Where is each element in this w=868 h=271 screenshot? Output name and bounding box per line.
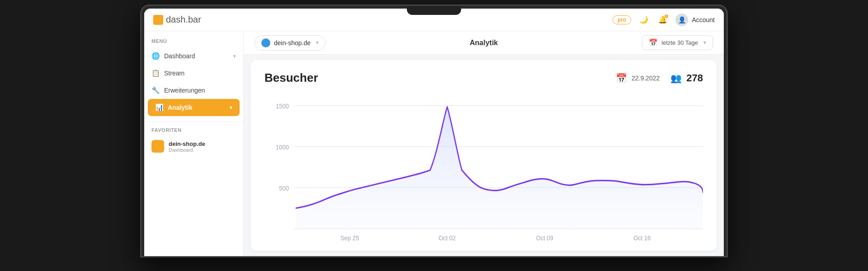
sidebar-analytik-label: Analytik — [168, 104, 225, 111]
account-label: Account — [692, 16, 715, 23]
sidebar: Menü 🌐 Dashboard ▾ 📋 Stream 🔧 Erweiterun… — [144, 31, 244, 256]
dashboard-chevron: ▾ — [233, 53, 236, 59]
date-filter[interactable]: 📅 letzte 30 Tage ▾ — [642, 35, 713, 50]
laptop-wrapper: dash.bar pro 🌙 🔔 1 👤 Account — [118, 5, 750, 266]
page-title: Analytik — [333, 39, 635, 47]
svg-text:Oct 09: Oct 09 — [536, 234, 553, 242]
stream-icon: 📋 — [151, 69, 160, 77]
dark-mode-toggle[interactable]: 🌙 — [637, 14, 650, 26]
svg-text:500: 500 — [279, 184, 289, 192]
sidebar-item-stream[interactable]: 📋 Stream — [144, 65, 243, 82]
date-stat-icon: 📅 — [616, 73, 627, 84]
account-avatar: 👤 — [675, 14, 688, 26]
chart-stats: 📅 22.9.2022 👥 278 — [616, 72, 703, 84]
sidebar-item-erweiterungen[interactable]: 🔧 Erweiterungen — [144, 82, 243, 99]
chart-area: 1500 1000 500 — [264, 94, 703, 246]
analytik-chevron: ▾ — [230, 105, 232, 111]
account-button[interactable]: 👤 Account — [675, 14, 715, 26]
chart-container: Besucher 📅 22.9.2022 👥 278 — [251, 60, 717, 251]
favorites-item[interactable]: dein-shop.de Dashboard — [144, 136, 243, 156]
screen: dash.bar pro 🌙 🔔 1 👤 Account — [144, 9, 724, 256]
shop-selector[interactable]: 🌐 dein-shop.de ▾ — [255, 35, 326, 51]
sidebar-stream-label: Stream — [164, 70, 236, 77]
notif-dot: 1 — [665, 14, 668, 18]
svg-text:Oct 16: Oct 16 — [633, 234, 651, 242]
date-stat-value: 22.9.2022 — [632, 75, 660, 82]
chart-title: Besucher — [264, 71, 318, 85]
main-layout: Menü 🌐 Dashboard ▾ 📋 Stream 🔧 Erweiterun… — [144, 31, 724, 256]
laptop-notch — [407, 6, 461, 15]
favorites-section-label: Favoriten — [144, 127, 243, 136]
erweiterungen-icon: 🔧 — [151, 86, 160, 94]
svg-text:Oct 02: Oct 02 — [439, 234, 456, 242]
sidebar-item-analytik[interactable]: 📊 Analytik ▾ — [148, 99, 240, 116]
logo-suffix: bar — [188, 14, 201, 24]
svg-text:Sep 25: Sep 25 — [340, 234, 359, 242]
top-bar-right: pro 🌙 🔔 1 👤 Account — [613, 14, 715, 26]
shop-globe-icon: 🌐 — [261, 38, 270, 47]
date-stat: 📅 22.9.2022 — [616, 73, 660, 84]
laptop-frame: dash.bar pro 🌙 🔔 1 👤 Account — [140, 5, 728, 257]
logo-area: dash.bar — [153, 14, 253, 25]
svg-text:1000: 1000 — [276, 143, 289, 151]
shop-chevron-icon: ▾ — [316, 40, 319, 46]
fav-shop-name: dein-shop.de — [169, 140, 205, 147]
visitors-stat-icon: 👥 — [670, 73, 682, 84]
sidebar-item-dashboard[interactable]: 🌐 Dashboard ▾ — [144, 47, 243, 65]
logo-text: dash.bar — [166, 14, 201, 25]
fav-shop-sub: Dashboard — [169, 147, 205, 153]
visitors-stat: 👥 278 — [670, 72, 703, 84]
logo-main: dash. — [166, 14, 188, 24]
date-filter-chevron: ▾ — [703, 40, 706, 46]
fav-shop-icon — [151, 140, 164, 153]
calendar-icon: 📅 — [649, 38, 658, 47]
menu-section-label: Menü — [144, 38, 243, 47]
date-filter-label: letzte 30 Tage — [661, 39, 698, 46]
analytik-icon: 📊 — [155, 103, 163, 112]
visitors-chart: 1500 1000 500 — [264, 94, 703, 246]
content-header: 🌐 dein-shop.de ▾ Analytik 📅 letzte 30 Ta… — [244, 31, 724, 55]
visitors-count: 278 — [686, 72, 703, 84]
chart-header: Besucher 📅 22.9.2022 👥 278 — [264, 71, 703, 85]
logo-icon — [153, 15, 163, 25]
fav-details: dein-shop.de Dashboard — [169, 140, 205, 153]
sidebar-dashboard-label: Dashboard — [164, 52, 229, 60]
content-area: 🌐 dein-shop.de ▾ Analytik 📅 letzte 30 Ta… — [244, 31, 724, 256]
sidebar-erweiterungen-label: Erweiterungen — [164, 87, 236, 94]
shop-name: dein-shop.de — [274, 39, 311, 47]
dashboard-icon: 🌐 — [151, 52, 160, 60]
notification-bell[interactable]: 🔔 1 — [656, 14, 669, 26]
svg-text:1500: 1500 — [276, 102, 289, 110]
pro-badge[interactable]: pro — [613, 15, 631, 24]
sidebar-divider — [144, 121, 243, 122]
